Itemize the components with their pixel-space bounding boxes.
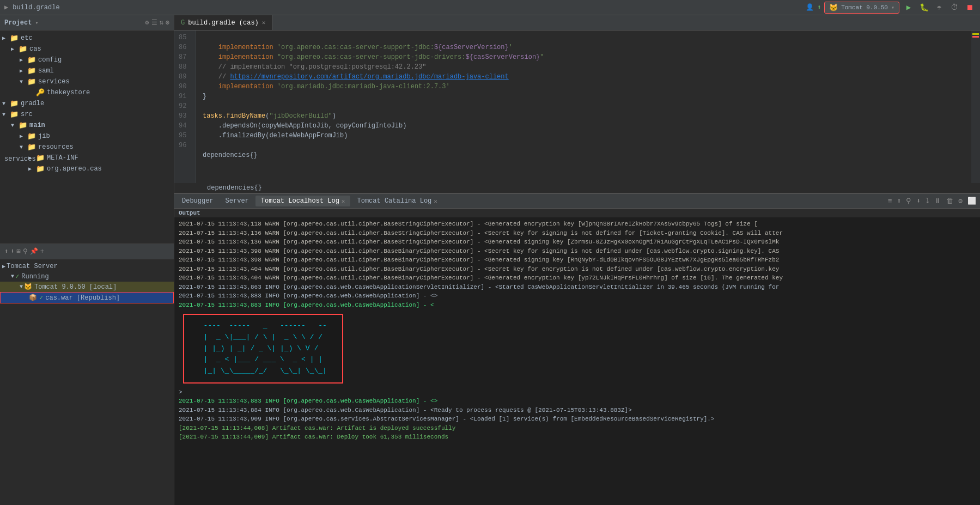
services-tree: ▶ Tomcat Server ▼ ✓ Running ▼ 🐱 Tomcat 9… [0,259,174,505]
catalina-tab-close[interactable]: ✕ [434,198,437,205]
svc-item-server[interactable]: ▶ Tomcat Server [0,261,174,271]
settings-icon[interactable]: ⚙ [145,19,149,27]
left-panel: Project ▾ ⚙ ☰ ⇅ ⚙ ▶ 📁 etc ▶ 📁 cas [0,15,174,505]
log-line-green: 2021-07-15 11:13:43,883 INFO [org.apereo… [174,301,980,310]
services-filter-icon[interactable]: ⚲ [23,247,28,255]
ascii-art-container: ---- ----- _ ------ -- | _ \|___| / \ | … [174,309,980,388]
gradle-file-icon: G [181,19,185,27]
tree-item-cas[interactable]: ▶ 📁 cas [0,44,174,54]
tree-item-resources[interactable]: ▼ 📁 resources [0,142,174,153]
toolbar-pause-icon[interactable]: ⏸ [933,196,943,206]
console-tab-localhost[interactable]: Tomcat Localhost Log ✕ [255,196,351,206]
tree-item-gradle[interactable]: ▼ 📁 gradle [0,98,174,109]
file-tree: ▶ 📁 etc ▶ 📁 cas ▶ 📁 config ▶ 📁 saml [0,31,174,244]
tree-label: main [29,121,45,129]
vcs-icon: ⬆ [817,3,821,11]
gutter-warning [972,33,979,35]
tree-label: src [21,111,33,118]
tree-item-src[interactable]: ▼ 📁 src [0,109,174,120]
tree-item-services[interactable]: ▼ 📁 services [0,76,174,87]
log-line: 2021-07-15 11:13:43,118 WARN [org.apereo… [174,220,980,229]
right-gutter [971,31,980,183]
user-icon: 👤 [806,3,814,11]
toolbar-filter-icon[interactable]: ⚲ [904,196,913,206]
coverage-button[interactable]: ☂ [933,2,945,14]
dependencies-line: dependencies{} [174,183,980,193]
console-tab-catalina[interactable]: Tomcat Catalina Log ✕ [351,196,442,206]
editor-tabs: G build.gradle (cas) ✕ [174,15,980,31]
tree-item-saml[interactable]: ▶ 📁 saml [0,65,174,76]
running-icon: ✓ [15,272,19,281]
tab-close-button[interactable]: ✕ [262,19,266,26]
profile-button[interactable]: ⏱ [948,2,960,14]
log-line: 2021-07-15 11:13:43,404 WARN [org.apereo… [174,265,980,274]
toolbar-lines-icon[interactable]: ≡ [886,196,894,206]
run-button[interactable]: ▶ [903,2,915,14]
tree-item-etc[interactable]: ▶ 📁 etc [0,33,174,44]
ascii-line-1: ---- ----- _ ------ -- [195,320,331,332]
toolbar-down-icon[interactable]: ⬇ [915,196,922,206]
catalina-tab-label: Tomcat Catalina Log [357,197,431,205]
run-config-arrow: ▾ [891,4,894,11]
services-pin-icon[interactable]: 📌 [30,247,38,255]
tree-item-jib[interactable]: ▶ 📁 jib [0,131,174,142]
run-config-box[interactable]: 🐱 Tomcat 9.0.50 ▾ [824,2,899,14]
list-icon[interactable]: ☰ [151,19,157,27]
ascii-line-3: | |_) | _| / _ \| |_) \ V / [195,343,331,355]
services-up-icon[interactable]: ⬆ [4,247,8,255]
log-line: > [174,388,980,397]
console-tab-debugger[interactable]: Debugger [176,196,219,206]
top-bar-left: ▶ build.gradle [4,3,60,11]
services-down-icon[interactable]: ⬇ [10,247,14,255]
tree-item-thekeystore[interactable]: 🔑 thekeystore [0,87,174,98]
console-output[interactable]: 2021-07-15 11:13:43,118 WARN [org.apereo… [174,217,980,505]
ascii-line-2: | _ \|___| / \ | _ \ \ / / [195,332,331,343]
top-bar: ▶ build.gradle 👤 ⬆ 🐱 Tomcat 9.0.50 ▾ ▶ 🐛… [0,0,980,15]
tree-label: resources [38,143,74,151]
toolbar-up-icon[interactable]: ⬆ [896,196,903,206]
tab-label: build.gradle (cas) [188,19,259,27]
log-line: 2021-07-15 11:13:43,404 WARN [org.apereo… [174,273,980,283]
console-toolbar: ≡ ⬆ ⚲ ⬇ ⤵ ⏸ 🗑 ⚙ ⬜ [886,196,978,206]
sort-icon[interactable]: ⇅ [160,19,163,27]
svc-item-caswar[interactable]: 📦 ✓ cas.war [Republish] [0,292,174,303]
debugger-tab-label: Debugger [182,197,214,205]
debug-button[interactable]: 🐛 [918,2,930,14]
tomcat-icon: 🐱 [829,3,838,12]
svc-item-tomcat[interactable]: ▼ 🐱 Tomcat 9.0.50 [local] [0,282,174,292]
console-tab-server[interactable]: Server [220,196,254,206]
tree-item-org-apereo-cas[interactable]: ▶ 📁 org.apereo.cas [0,163,174,174]
tree-label: org.apereo.cas [47,165,102,173]
svc-tomcat-label: Tomcat 9.0.50 [local] [34,283,117,291]
tree-label: gradle [21,100,44,107]
svc-item-running[interactable]: ▼ ✓ Running [0,271,174,282]
services-group-icon[interactable]: ⊞ [16,247,20,255]
tree-label: thekeystore [47,89,90,96]
log-line: 2021-07-15 11:13:43,863 INFO [org.apereo… [174,283,980,292]
localhost-tab-label: Tomcat Localhost Log [261,197,339,205]
log-line: 2021-07-15 11:13:43,136 WARN [org.apereo… [174,229,980,238]
services-add-icon[interactable]: + [40,248,44,255]
tree-label: config [38,56,62,64]
ascii-art-box: ---- ----- _ ------ -- | _ \|___| / \ | … [183,314,343,384]
code-lines[interactable]: implementation 'org.apereo.cas:cas-serve… [196,31,971,183]
ascii-line-5: |_| \_\_____/_/ \_\_| \_\_| [195,366,331,377]
editor-tab-build-gradle[interactable]: G build.gradle (cas) ✕ [174,15,272,30]
build-gradle-title: build.gradle [13,4,59,11]
stop-button[interactable]: ⏹ [964,2,976,14]
top-bar-right: 👤 ⬆ 🐱 Tomcat 9.0.50 ▾ ▶ 🐛 ☂ ⏱ ⏹ [806,2,976,14]
tree-item-config[interactable]: ▶ 📁 config [0,54,174,65]
toolbar-settings-icon[interactable]: ⚙ [957,196,964,206]
toolbar-restore-icon[interactable]: ⬜ [966,196,978,206]
tree-item-main[interactable]: ▼ 📁 main [0,120,174,131]
gear-icon[interactable]: ⚙ [166,19,169,27]
ascii-line-4: | _ < |___ / ___ \ _ < | | [195,354,331,366]
log-line: 2021-07-15 11:13:43,398 WARN [org.apereo… [174,255,980,265]
log-line: 2021-07-15 11:13:43,136 WARN [org.apereo… [174,238,980,247]
run-config-label: Tomcat 9.0.50 [841,4,888,11]
localhost-tab-close[interactable]: ✕ [342,198,345,205]
toolbar-clear-icon[interactable]: 🗑 [945,196,955,206]
console-area: Debugger Server Tomcat Localhost Log ✕ T… [174,193,980,505]
server-tab-label: Server [226,197,249,205]
toolbar-scroll-icon[interactable]: ⤵ [924,196,931,206]
